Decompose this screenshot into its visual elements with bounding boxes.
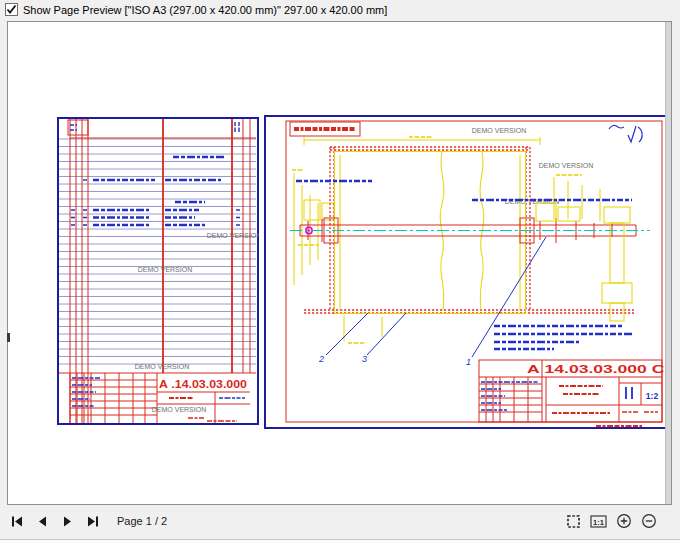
demo-watermark: DEMO VERSION: [539, 162, 593, 169]
page-preview-window: Show Page Preview ["ISO A3 (297.00 x 420…: [0, 0, 680, 543]
last-page-icon: [86, 515, 99, 528]
show-page-preview-checkbox[interactable]: Show Page Preview ["ISO A3 (297.00 x 420…: [5, 3, 387, 16]
zoom-in-button[interactable]: [614, 511, 633, 531]
actual-size-button[interactable]: 1:1: [589, 511, 608, 531]
callout-1: 1: [466, 357, 471, 367]
scale-value: 1:2: [646, 391, 659, 401]
drawing-number: А 14.03.03.000 СБ: [527, 363, 668, 375]
show-page-preview-label: Show Page Preview ["ISO A3 (297.00 x 420…: [23, 4, 387, 16]
callout-3: 3: [362, 354, 367, 364]
panel-resize-handle[interactable]: [7, 333, 10, 342]
drawing-number: А .14.03.03.000: [159, 379, 248, 390]
fit-page-button[interactable]: [564, 511, 583, 531]
spec-table-rows: [59, 138, 256, 370]
right-page-preview: DEMO VERSION DEMO VERSION DEMO VERSION: [264, 115, 668, 429]
demo-watermark: DEMO VERSION: [472, 127, 526, 134]
demo-watermark: DEMO VERSION: [135, 363, 189, 370]
zoom-out-icon: [641, 513, 657, 529]
zoom-in-icon: [616, 513, 632, 529]
page-indicator: Page 1 / 2: [117, 515, 167, 527]
first-page-icon: [11, 515, 24, 528]
window-bottom-edge: [0, 539, 680, 543]
vertical-scrollbar[interactable]: [665, 22, 671, 504]
page-nav-group: [8, 511, 102, 531]
left-page-preview: А .14.03.03.000 DEMO VERSION DEMO VERSIO…: [57, 117, 259, 425]
previous-page-icon: [36, 515, 49, 528]
next-page-icon: [61, 515, 74, 528]
demo-watermark: DEMO VERSION: [207, 232, 259, 239]
demo-watermark: DEMO VERSION: [152, 406, 206, 413]
fit-page-icon: [566, 514, 581, 529]
next-page-button[interactable]: [58, 511, 77, 531]
svg-text:1:1: 1:1: [593, 517, 604, 526]
navigation-toolbar: Page 1 / 2 1:1: [0, 505, 680, 539]
last-page-button[interactable]: [83, 511, 102, 531]
preview-viewport[interactable]: А .14.03.03.000 DEMO VERSION DEMO VERSIO…: [7, 21, 672, 505]
demo-watermark: DEMO VERSION: [138, 266, 192, 273]
actual-size-icon: 1:1: [590, 514, 607, 529]
zoom-controls-group: 1:1: [564, 511, 658, 531]
first-page-button[interactable]: [8, 511, 27, 531]
checkbox-box[interactable]: [5, 3, 18, 16]
previous-page-button[interactable]: [33, 511, 52, 531]
zoom-out-button[interactable]: [639, 511, 658, 531]
checkmark-icon: [6, 4, 17, 15]
sheet-border: [265, 116, 667, 428]
callout-2: 2: [318, 354, 324, 364]
